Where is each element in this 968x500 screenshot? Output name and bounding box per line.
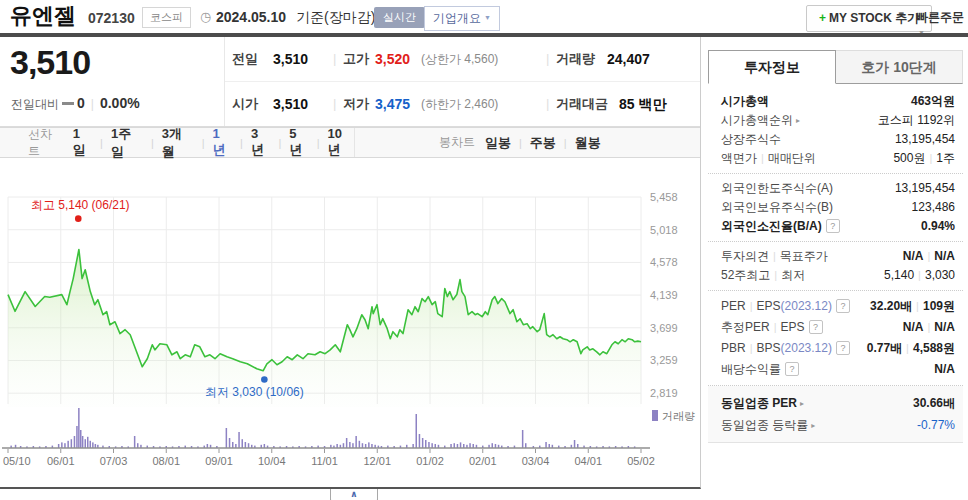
current-price: 3,510 [10, 43, 90, 82]
trade-value: 85 백만 [619, 82, 666, 126]
volume-bar [422, 438, 424, 448]
row-label: 액면가|매매단위 [721, 149, 816, 168]
candle-chart-caption: 봉차트 [439, 134, 475, 151]
opinion-target-row: 투자의견|목표주가N/A|N/A [708, 247, 963, 266]
info-section: PER|EPS(2023.12)?32.20배|109원추정PER|EPS?N/… [708, 296, 963, 380]
row-value: 123,486 [912, 198, 955, 217]
row-value: -0.77% [917, 414, 955, 436]
change-label: 전일대비 [11, 97, 59, 111]
row-label: 시가총액 [721, 92, 769, 111]
volume-bar [242, 439, 244, 448]
tab-1년[interactable]: 1년 [213, 126, 232, 159]
stock-code: 072130 [88, 10, 135, 26]
tab-1일[interactable]: 1일 [73, 126, 92, 159]
tab-호가 10단계[interactable]: 호가 10단계 [836, 50, 963, 84]
price-chart: 5,4585,0184,5784,1393,6993,2592,819최고 5,… [0, 159, 700, 488]
my-stock-add-button[interactable]: +MY STOCK 추가 [806, 5, 932, 32]
price-chart-panel: 3,510 전일대비0|0.00% 전일 3,510 | 고가 3,520 (상… [0, 37, 701, 489]
row-value: 5,140|3,030 [884, 266, 955, 285]
volume-bar [522, 430, 524, 448]
row-value: N/A|N/A [903, 317, 955, 338]
volume-bar [74, 436, 76, 448]
tab-separator: | [317, 137, 320, 149]
help-icon[interactable]: ? [826, 219, 840, 233]
volume-bar [76, 426, 78, 448]
realtime-badge[interactable]: 실시간 [374, 7, 425, 28]
tab-10년[interactable]: 10년 [328, 126, 354, 159]
market-cap-rank-row[interactable]: 시가총액순위▸코스피 1192위 [708, 111, 963, 130]
industry-per-row[interactable]: 동일업종 PER▸30.66배 [708, 392, 963, 414]
arrow-right-icon: ▸ [796, 116, 800, 125]
clock-icon: ◷ [200, 9, 211, 24]
row-value: 500원|1주 [893, 149, 955, 168]
volume-bar [460, 442, 462, 448]
volume-bar [349, 442, 351, 448]
volume-bar [232, 442, 234, 448]
tab-5년[interactable]: 5년 [289, 126, 308, 159]
stock-detail-page: 유엔젤 072130 코스피 ◷ 2024.05.10 기준(장마감) 실시간 … [0, 0, 968, 500]
volume-bar [416, 414, 418, 448]
volume-bar [346, 438, 348, 448]
info-section: 동일업종 PER▸30.66배동일업종 등락률▸-0.77% [708, 386, 963, 443]
tab-1주일[interactable]: 1주일 [111, 125, 143, 161]
volume-label: 거래량 [556, 37, 595, 81]
market-badge: 코스피 [142, 7, 191, 28]
low-annotation: 최저 3,030 (10/06) [205, 385, 304, 399]
row-value: 코스피 1192위 [878, 111, 955, 130]
dividend-yield-row: 배당수익률?N/A [708, 359, 963, 380]
y-axis-label: 4,139 [650, 289, 678, 301]
par-value-row: 액면가|매매단위500원|1주 [708, 149, 963, 168]
chevron-up-icon: ∧ [350, 489, 357, 499]
tab-separator: | [564, 137, 567, 149]
tab-3년[interactable]: 3년 [251, 126, 270, 159]
prev-close-value: 3,510 [273, 37, 308, 81]
info-section: 시가총액463억원시가총액순위▸코스피 1192위상장주식수13,195,454… [708, 92, 963, 168]
volume-bar [359, 441, 361, 448]
upper-limit: (상한가 4,560) [421, 37, 498, 81]
arrow-right-icon: ▸ [800, 399, 804, 408]
row-label: 투자의견|목표주가 [721, 247, 828, 266]
tab-주봉[interactable]: 주봉 [530, 134, 556, 152]
x-axis-label: 04/01 [574, 455, 602, 467]
tab-투자정보[interactable]: 투자정보 [708, 50, 836, 84]
dotted-divider [708, 290, 963, 291]
week52-row: 52주최고|최저5,140|3,030 [708, 266, 963, 285]
tab-일봉[interactable]: 일봉 [485, 134, 511, 152]
row-label: 외국인보유주식수(B) [721, 198, 833, 217]
tab-3개월[interactable]: 3개월 [162, 125, 194, 161]
industry-change-row[interactable]: 동일업종 등락률▸-0.77% [708, 414, 963, 436]
y-axis-label: 4,578 [650, 256, 678, 268]
y-axis-label: 3,259 [650, 354, 678, 366]
table-row: 전일 3,510 | 고가 3,520 (상한가 4,560) | 거래량 24… [225, 37, 700, 82]
help-icon[interactable]: ? [836, 299, 850, 313]
volume-bar [425, 440, 427, 448]
x-axis-label: 01/02 [416, 455, 444, 467]
current-price-block: 3,510 전일대비0|0.00% [0, 37, 225, 126]
help-icon[interactable]: ? [836, 341, 850, 355]
investment-info-panel: 투자정보호가 10단계 시가총액463억원시가총액순위▸코스피 1192위상장주… [708, 50, 963, 443]
quote-date-suffix: 기준(장마감) [296, 9, 375, 27]
tab-separator: | [519, 137, 522, 149]
collapse-chart-button[interactable]: ∧ [330, 489, 378, 500]
company-overview-button[interactable]: 기업개요▼ [424, 6, 500, 31]
help-icon[interactable]: ? [809, 320, 823, 334]
tab-월봉[interactable]: 월봉 [575, 134, 601, 152]
volume-bar [226, 428, 228, 448]
candle-chart-tabs: 봉차트일봉|주봉|월봉 [355, 128, 601, 157]
x-axis-label: 12/01 [363, 455, 391, 467]
tab-separator: | [202, 137, 205, 149]
help-icon[interactable]: ? [785, 362, 799, 376]
x-axis-label: 11/01 [311, 455, 338, 467]
change-value: 0 [77, 95, 85, 111]
tab-separator: | [240, 137, 243, 149]
low-marker-dot [261, 376, 268, 383]
x-axis-label: 06/01 [47, 455, 75, 467]
row-label: PER|EPS(2023.12)? [721, 296, 850, 317]
per-eps-row: PER|EPS(2023.12)?32.20배|109원 [708, 296, 963, 317]
row-label: 외국인한도주식수(A) [721, 179, 833, 198]
volume-bar [238, 432, 240, 448]
volume-bar [67, 441, 69, 448]
low-value: 3,475 [375, 82, 410, 126]
market-cap-row: 시가총액463억원 [708, 92, 963, 111]
row-label: 추정PER|EPS? [721, 317, 823, 338]
